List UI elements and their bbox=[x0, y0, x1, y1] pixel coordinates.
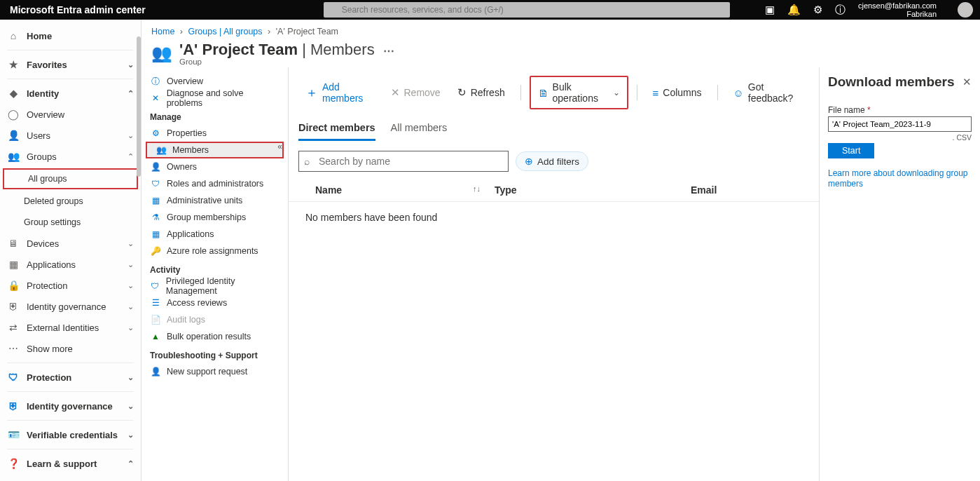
tab-direct-members[interactable]: Direct members bbox=[298, 119, 375, 141]
settings-icon[interactable]: ⚙ bbox=[813, 4, 822, 16]
brand[interactable]: Microsoft Entra admin center bbox=[0, 4, 156, 15]
breadcrumb-current: 'A' Project Team bbox=[276, 27, 338, 36]
res-owners[interactable]: 👤Owners bbox=[142, 158, 288, 175]
nav-all-groups[interactable]: All groups bbox=[3, 168, 138, 189]
nav-group-settings[interactable]: Group settings bbox=[0, 212, 141, 233]
members-icon: 👥 bbox=[156, 145, 167, 155]
sort-icon[interactable]: ↑↓ bbox=[473, 184, 481, 196]
res-audit-logs[interactable]: 📄Audit logs bbox=[142, 311, 288, 328]
chevron-up-icon: ⌃ bbox=[127, 89, 134, 98]
columns-button[interactable]: ≡Columns bbox=[646, 84, 709, 102]
toolbar-separator bbox=[520, 85, 521, 100]
collapse-icon[interactable]: « bbox=[277, 142, 282, 151]
res-members[interactable]: 👥Members bbox=[146, 142, 284, 158]
nav-applications[interactable]: ▦Applications⌄ bbox=[0, 254, 141, 275]
devices-icon: 🖥 bbox=[7, 238, 20, 249]
nav-devices[interactable]: 🖥Devices⌄ bbox=[0, 233, 141, 254]
tab-all-members[interactable]: All members bbox=[391, 119, 448, 141]
nav-verifiable[interactable]: 🪪Verifiable credentials⌄ bbox=[0, 424, 141, 445]
panel-title: Download members bbox=[828, 74, 955, 90]
plus-icon: ＋ bbox=[305, 84, 318, 101]
col-type[interactable]: Type bbox=[495, 184, 691, 196]
res-troubleshoot-header: Troubleshooting + Support bbox=[142, 345, 288, 363]
chevron-up-icon: ⌃ bbox=[127, 459, 134, 468]
res-overview[interactable]: ⓘOverview bbox=[142, 73, 288, 90]
nav-show-more[interactable]: ⋯Show more bbox=[0, 338, 141, 359]
nav-users[interactable]: 👤Users⌄ bbox=[0, 125, 141, 146]
res-roles[interactable]: 🛡Roles and administrators bbox=[142, 175, 288, 192]
col-name[interactable]: Name↑↓ bbox=[298, 184, 495, 196]
cloud-shell-icon[interactable]: ▣ bbox=[765, 4, 775, 16]
res-applications[interactable]: ▦Applications bbox=[142, 226, 288, 243]
properties-icon: ⚙ bbox=[150, 128, 161, 138]
notifications-icon[interactable]: 🔔 bbox=[787, 4, 801, 16]
overview-icon: ◯ bbox=[7, 109, 20, 120]
col-email[interactable]: Email bbox=[691, 184, 809, 196]
identity-icon: ◆ bbox=[7, 88, 20, 99]
credentials-icon: 🪪 bbox=[7, 429, 20, 440]
res-access-reviews[interactable]: ☰Access reviews bbox=[142, 294, 288, 311]
admin-units-icon: ▦ bbox=[150, 196, 161, 205]
feedback-button[interactable]: ☺Got feedback? bbox=[726, 79, 809, 107]
groups-icon: 👥 bbox=[7, 151, 20, 162]
add-members-button[interactable]: ＋Add members bbox=[298, 79, 381, 107]
chevron-down-icon: ⌄ bbox=[127, 431, 134, 440]
nav-deleted-groups[interactable]: Deleted groups bbox=[0, 191, 141, 212]
add-filters-button[interactable]: ⊕Add filters bbox=[516, 151, 588, 171]
global-search-input[interactable] bbox=[324, 2, 730, 18]
nav-identity-governance[interactable]: ⛨Identity governance⌄ bbox=[0, 296, 141, 317]
res-properties[interactable]: ⚙Properties bbox=[142, 125, 288, 142]
res-admin-units[interactable]: ▦Administrative units bbox=[142, 192, 288, 209]
breadcrumb-groups[interactable]: Groups | All groups bbox=[188, 27, 262, 36]
res-azure-role[interactable]: 🔑Azure role assignments bbox=[142, 243, 288, 259]
chevron-down-icon: ⌄ bbox=[127, 239, 134, 248]
help-icon[interactable]: ⓘ bbox=[835, 4, 846, 17]
chevron-down-icon: ⌄ bbox=[127, 281, 134, 290]
nav-identity[interactable]: ◆Identity⌃ bbox=[0, 83, 141, 104]
res-bulk-results[interactable]: ▲Bulk operation results bbox=[142, 328, 288, 345]
res-new-support[interactable]: 👤New support request bbox=[142, 363, 288, 380]
nav-groups[interactable]: 👥Groups⌃ bbox=[0, 146, 141, 167]
start-button[interactable]: Start bbox=[828, 143, 874, 158]
more-icon: ⋯ bbox=[7, 343, 20, 354]
breadcrumb-home[interactable]: Home bbox=[151, 27, 174, 36]
star-icon: ★ bbox=[7, 59, 20, 70]
learn-more-link[interactable]: Learn more about downloading group membe… bbox=[828, 168, 972, 189]
nav-learn-support[interactable]: ❓Learn & support⌃ bbox=[0, 453, 141, 474]
nav-overview[interactable]: ◯Overview bbox=[0, 104, 141, 125]
nav-home[interactable]: ⌂Home bbox=[0, 25, 141, 46]
learn-icon: ❓ bbox=[7, 458, 20, 469]
page-title: 'A' Project Team | Members ⋯ bbox=[179, 41, 394, 59]
empty-state: No members have been found bbox=[289, 202, 819, 223]
pim-icon: 🛡 bbox=[150, 281, 160, 291]
avatar[interactable] bbox=[958, 2, 973, 18]
roles-icon: 🛡 bbox=[150, 179, 161, 189]
download-members-panel: Download members ✕ File name * . CSV Sta… bbox=[819, 67, 980, 481]
chevron-up-icon: ⌃ bbox=[127, 152, 134, 161]
user-email: cjensen@fabrikan.com bbox=[858, 1, 937, 10]
file-name-input[interactable] bbox=[828, 116, 972, 132]
nav-external-identities[interactable]: ⇄External Identities⌄ bbox=[0, 317, 141, 338]
nav-protection-section[interactable]: 🛡Protection⌄ bbox=[0, 367, 141, 388]
res-diagnose[interactable]: ✕Diagnose and solve problems bbox=[142, 90, 288, 107]
res-pim[interactable]: 🛡Privileged Identity Management bbox=[142, 278, 288, 294]
toolbar-separator bbox=[637, 85, 637, 100]
user-account[interactable]: cjensen@fabrikan.com Fabrikan bbox=[858, 1, 941, 18]
nav-favorites[interactable]: ★Favorites⌄ bbox=[0, 54, 141, 75]
bulk-operations-button[interactable]: 🗎Bulk operations⌄ bbox=[530, 76, 628, 109]
nav-protection[interactable]: 🔒Protection⌄ bbox=[0, 275, 141, 296]
member-search-input[interactable] bbox=[298, 151, 509, 172]
refresh-button[interactable]: ↻Refresh bbox=[450, 83, 512, 102]
columns-icon: ≡ bbox=[653, 87, 659, 99]
breadcrumb: Home › Groups | All groups › 'A' Project… bbox=[142, 20, 980, 36]
close-icon[interactable]: ✕ bbox=[962, 76, 972, 88]
toolbar-separator bbox=[717, 85, 718, 100]
remove-icon: ✕ bbox=[391, 86, 400, 99]
scrollbar-thumb[interactable] bbox=[137, 36, 141, 177]
res-group-memberships[interactable]: ⚗Group memberships bbox=[142, 209, 288, 226]
more-actions-icon[interactable]: ⋯ bbox=[379, 45, 394, 57]
nav-id-gov-section[interactable]: ⛨Identity governance⌄ bbox=[0, 395, 141, 416]
chevron-down-icon: ⌄ bbox=[127, 260, 134, 269]
chevron-down-icon: ⌄ bbox=[127, 323, 134, 332]
filter-icon: ⊕ bbox=[525, 156, 533, 167]
